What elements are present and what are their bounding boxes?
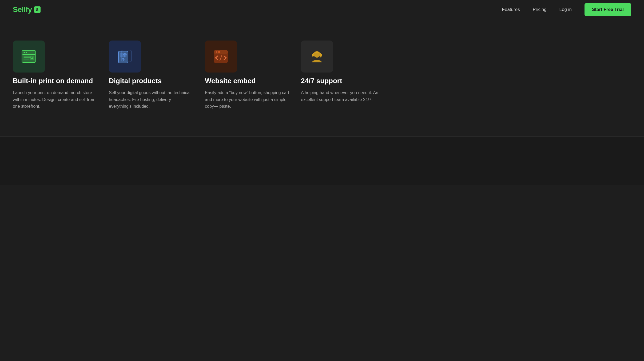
feature-embed-desc: Easily add a “buy now” button, shopping … (205, 89, 290, 110)
feature-print-desc: Launch your print on demand merch store … (13, 89, 98, 110)
feature-support-desc: A helping hand whenever you need it. An … (301, 89, 386, 103)
feature-embed-title: Website embed (205, 77, 290, 85)
feature-website-embed: Website embed Easily add a “buy now” but… (205, 41, 290, 110)
svg-point-3 (26, 52, 27, 53)
feature-digital-products: Digital products Sell your digital goods… (109, 41, 194, 110)
feature-digital-title: Digital products (109, 77, 194, 85)
svg-point-14 (218, 51, 220, 53)
features-grid: Built-in print on demand Launch your pri… (13, 41, 386, 110)
headset-icon (308, 48, 325, 65)
start-trial-button[interactable]: Start Free Trial (585, 3, 631, 16)
website-embed-icon-box (205, 41, 237, 73)
code-icon (212, 48, 229, 65)
storefront-icon (20, 48, 37, 65)
nav-features[interactable]: Features (502, 7, 520, 12)
site-header: Sellfy S Features Pricing Log in Start F… (0, 0, 644, 19)
nav-login[interactable]: Log in (559, 7, 572, 12)
feature-support: 24/7 support A helping hand whenever you… (301, 41, 386, 110)
main-content: Built-in print on demand Launch your pri… (0, 19, 644, 137)
feature-support-title: 24/7 support (301, 77, 386, 85)
main-nav: Features Pricing Log in Start Free Trial (502, 3, 631, 16)
svg-rect-16 (312, 54, 314, 57)
logo-text: Sellfy (13, 5, 32, 14)
logo[interactable]: Sellfy S (13, 5, 41, 14)
feature-print-on-demand: Built-in print on demand Launch your pri… (13, 41, 98, 110)
feature-print-title: Built-in print on demand (13, 77, 98, 85)
svg-rect-4 (23, 57, 31, 58)
svg-point-13 (216, 51, 217, 53)
svg-point-2 (24, 52, 25, 53)
feature-digital-desc: Sell your digital goods without the tech… (109, 89, 194, 110)
svg-point-7 (31, 57, 32, 58)
print-on-demand-icon-box (13, 41, 45, 73)
nav-pricing[interactable]: Pricing (533, 7, 547, 12)
digital-products-icon-box (109, 41, 141, 73)
svg-rect-5 (23, 59, 29, 59)
logo-badge: S (34, 6, 41, 13)
upload-icon (116, 48, 133, 65)
bottom-section (0, 137, 644, 185)
support-icon-box (301, 41, 333, 73)
